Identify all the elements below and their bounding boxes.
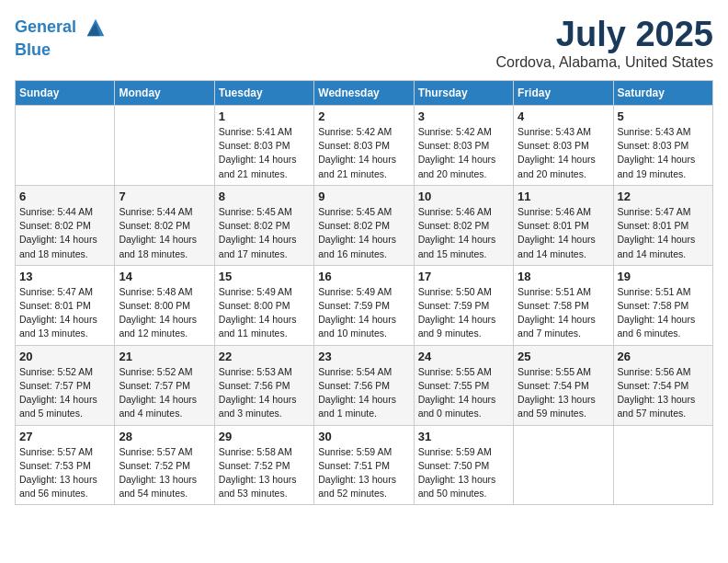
day-info: Sunrise: 5:45 AM Sunset: 8:02 PM Dayligh… <box>318 205 409 261</box>
calendar-cell: 31Sunrise: 5:59 AM Sunset: 7:50 PM Dayli… <box>414 425 513 505</box>
day-info: Sunrise: 5:48 AM Sunset: 8:00 PM Dayligh… <box>119 285 210 341</box>
header-saturday: Saturday <box>613 81 712 106</box>
day-number: 31 <box>418 430 509 443</box>
day-info: Sunrise: 5:57 AM Sunset: 7:53 PM Dayligh… <box>19 445 110 501</box>
day-number: 22 <box>219 350 310 363</box>
day-info: Sunrise: 5:44 AM Sunset: 8:02 PM Dayligh… <box>19 205 110 261</box>
day-info: Sunrise: 5:43 AM Sunset: 8:03 PM Dayligh… <box>618 125 709 181</box>
header-wednesday: Wednesday <box>314 81 414 106</box>
day-info: Sunrise: 5:55 AM Sunset: 7:55 PM Dayligh… <box>418 365 509 421</box>
subtitle: Cordova, Alabama, United States <box>495 54 713 71</box>
calendar-cell: 30Sunrise: 5:59 AM Sunset: 7:51 PM Dayli… <box>314 425 414 505</box>
calendar-cell: 5Sunrise: 5:43 AM Sunset: 8:03 PM Daylig… <box>613 106 712 186</box>
day-info: Sunrise: 5:47 AM Sunset: 8:01 PM Dayligh… <box>19 285 110 341</box>
day-info: Sunrise: 5:45 AM Sunset: 8:02 PM Dayligh… <box>219 205 310 261</box>
main-title: July 2025 <box>495 15 713 54</box>
calendar-cell: 16Sunrise: 5:49 AM Sunset: 7:59 PM Dayli… <box>314 265 414 345</box>
calendar-cell: 4Sunrise: 5:43 AM Sunset: 8:03 PM Daylig… <box>514 106 613 186</box>
header-monday: Monday <box>115 81 214 106</box>
calendar-cell <box>613 425 712 505</box>
title-block: July 2025 Cordova, Alabama, United State… <box>495 15 713 71</box>
day-info: Sunrise: 5:57 AM Sunset: 7:52 PM Dayligh… <box>119 445 210 501</box>
day-number: 24 <box>418 350 509 363</box>
day-number: 9 <box>318 190 409 203</box>
calendar-cell: 2Sunrise: 5:42 AM Sunset: 8:03 PM Daylig… <box>314 106 414 186</box>
calendar-cell: 20Sunrise: 5:52 AM Sunset: 7:57 PM Dayli… <box>16 345 115 425</box>
day-info: Sunrise: 5:46 AM Sunset: 8:02 PM Dayligh… <box>418 205 509 261</box>
day-info: Sunrise: 5:49 AM Sunset: 8:00 PM Dayligh… <box>219 285 310 341</box>
calendar-cell: 21Sunrise: 5:52 AM Sunset: 7:57 PM Dayli… <box>115 345 214 425</box>
calendar-cell: 23Sunrise: 5:54 AM Sunset: 7:56 PM Dayli… <box>314 345 414 425</box>
calendar-cell: 18Sunrise: 5:51 AM Sunset: 7:58 PM Dayli… <box>514 265 613 345</box>
calendar-header-row: SundayMondayTuesdayWednesdayThursdayFrid… <box>16 81 713 106</box>
day-number: 19 <box>618 270 709 283</box>
day-info: Sunrise: 5:51 AM Sunset: 7:58 PM Dayligh… <box>618 285 709 341</box>
day-info: Sunrise: 5:52 AM Sunset: 7:57 PM Dayligh… <box>19 365 110 421</box>
day-number: 25 <box>518 350 609 363</box>
header-tuesday: Tuesday <box>214 81 313 106</box>
calendar-cell: 11Sunrise: 5:46 AM Sunset: 8:01 PM Dayli… <box>514 185 613 265</box>
calendar-cell <box>16 106 115 186</box>
calendar-week-4: 20Sunrise: 5:52 AM Sunset: 7:57 PM Dayli… <box>16 345 713 425</box>
calendar-cell: 27Sunrise: 5:57 AM Sunset: 7:53 PM Dayli… <box>16 425 115 505</box>
calendar-week-1: 1Sunrise: 5:41 AM Sunset: 8:03 PM Daylig… <box>16 106 713 186</box>
day-number: 11 <box>518 190 609 203</box>
calendar-week-5: 27Sunrise: 5:57 AM Sunset: 7:53 PM Dayli… <box>16 425 713 505</box>
calendar-cell: 26Sunrise: 5:56 AM Sunset: 7:54 PM Dayli… <box>613 345 712 425</box>
day-number: 27 <box>19 430 110 443</box>
header-thursday: Thursday <box>414 81 513 106</box>
logo-line2: Blue <box>15 40 108 61</box>
day-info: Sunrise: 5:46 AM Sunset: 8:01 PM Dayligh… <box>518 205 609 261</box>
day-number: 8 <box>219 190 310 203</box>
day-number: 20 <box>19 350 110 363</box>
day-number: 4 <box>518 109 609 123</box>
day-info: Sunrise: 5:50 AM Sunset: 7:59 PM Dayligh… <box>418 285 509 341</box>
day-number: 14 <box>119 270 210 283</box>
day-info: Sunrise: 5:55 AM Sunset: 7:54 PM Dayligh… <box>518 365 609 421</box>
calendar-cell <box>115 106 214 186</box>
day-number: 2 <box>318 109 409 123</box>
day-number: 3 <box>418 109 509 123</box>
calendar-cell: 28Sunrise: 5:57 AM Sunset: 7:52 PM Dayli… <box>115 425 214 505</box>
day-number: 30 <box>318 430 409 443</box>
day-info: Sunrise: 5:47 AM Sunset: 8:01 PM Dayligh… <box>618 205 709 261</box>
calendar-cell: 17Sunrise: 5:50 AM Sunset: 7:59 PM Dayli… <box>414 265 513 345</box>
calendar-week-2: 6Sunrise: 5:44 AM Sunset: 8:02 PM Daylig… <box>16 185 713 265</box>
calendar-cell: 19Sunrise: 5:51 AM Sunset: 7:58 PM Dayli… <box>613 265 712 345</box>
calendar-cell: 22Sunrise: 5:53 AM Sunset: 7:56 PM Dayli… <box>214 345 313 425</box>
day-info: Sunrise: 5:51 AM Sunset: 7:58 PM Dayligh… <box>518 285 609 341</box>
day-info: Sunrise: 5:58 AM Sunset: 7:52 PM Dayligh… <box>219 445 310 501</box>
logo: General Blue <box>15 15 108 61</box>
calendar-cell: 29Sunrise: 5:58 AM Sunset: 7:52 PM Dayli… <box>214 425 313 505</box>
logo-text: General <box>15 15 108 40</box>
calendar-cell: 6Sunrise: 5:44 AM Sunset: 8:02 PM Daylig… <box>16 185 115 265</box>
calendar-cell: 25Sunrise: 5:55 AM Sunset: 7:54 PM Dayli… <box>514 345 613 425</box>
day-number: 1 <box>219 109 310 123</box>
day-number: 12 <box>618 190 709 203</box>
day-info: Sunrise: 5:59 AM Sunset: 7:51 PM Dayligh… <box>318 445 409 501</box>
day-info: Sunrise: 5:52 AM Sunset: 7:57 PM Dayligh… <box>119 365 210 421</box>
day-info: Sunrise: 5:49 AM Sunset: 7:59 PM Dayligh… <box>318 285 409 341</box>
day-number: 5 <box>618 109 709 123</box>
day-info: Sunrise: 5:42 AM Sunset: 8:03 PM Dayligh… <box>318 125 409 181</box>
calendar-cell: 3Sunrise: 5:42 AM Sunset: 8:03 PM Daylig… <box>414 106 513 186</box>
page-header: General Blue July 2025 Cordova, Alabama,… <box>15 15 713 71</box>
day-info: Sunrise: 5:44 AM Sunset: 8:02 PM Dayligh… <box>119 205 210 261</box>
day-number: 13 <box>19 270 110 283</box>
calendar-cell: 7Sunrise: 5:44 AM Sunset: 8:02 PM Daylig… <box>115 185 214 265</box>
calendar-cell: 24Sunrise: 5:55 AM Sunset: 7:55 PM Dayli… <box>414 345 513 425</box>
day-number: 16 <box>318 270 409 283</box>
calendar-cell <box>514 425 613 505</box>
day-info: Sunrise: 5:54 AM Sunset: 7:56 PM Dayligh… <box>318 365 409 421</box>
calendar-cell: 14Sunrise: 5:48 AM Sunset: 8:00 PM Dayli… <box>115 265 214 345</box>
day-number: 18 <box>518 270 609 283</box>
calendar-week-3: 13Sunrise: 5:47 AM Sunset: 8:01 PM Dayli… <box>16 265 713 345</box>
logo-icon <box>83 15 108 40</box>
header-sunday: Sunday <box>16 81 115 106</box>
day-number: 6 <box>19 190 110 203</box>
day-number: 28 <box>119 430 210 443</box>
day-number: 29 <box>219 430 310 443</box>
header-friday: Friday <box>514 81 613 106</box>
day-number: 15 <box>219 270 310 283</box>
day-number: 17 <box>418 270 509 283</box>
